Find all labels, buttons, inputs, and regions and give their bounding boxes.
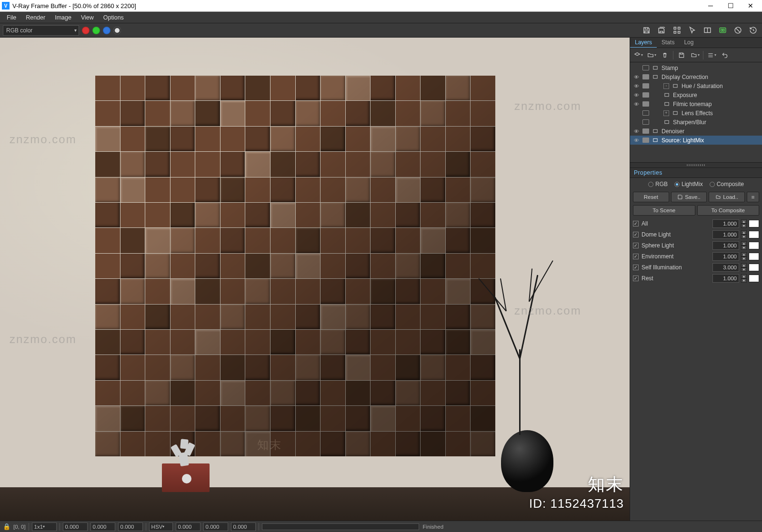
tab-layers[interactable]: Layers [630, 38, 657, 48]
close-button[interactable]: ✕ [741, 0, 760, 11]
layer-row[interactable]: Sharpen/Blur [630, 118, 762, 127]
mode-rgb[interactable]: RGB [648, 181, 668, 187]
mode-lightmix[interactable]: LightMix [674, 181, 703, 187]
visibility-toggle-icon[interactable]: 👁 [633, 128, 640, 134]
lock-icon[interactable]: 🔒 [3, 523, 10, 530]
light-intensity-spinner[interactable]: ▲▼ [741, 274, 747, 283]
blue-channel-toggle[interactable] [103, 27, 110, 34]
light-row: Rest1.000▲▼ [633, 273, 759, 284]
preset-menu-button[interactable]: ≡ [747, 192, 759, 202]
expand-toggle-icon[interactable]: + [663, 110, 669, 116]
save-layers-icon[interactable] [676, 50, 687, 60]
folder-icon[interactable] [646, 50, 657, 60]
save-image-icon[interactable] [640, 25, 652, 36]
light-intensity-spinner[interactable]: ▲▼ [741, 263, 747, 272]
light-enable-checkbox[interactable] [633, 221, 639, 227]
expand-toggle-icon[interactable]: - [663, 83, 669, 89]
red-channel-toggle[interactable] [82, 27, 90, 34]
maximize-button[interactable]: ☐ [721, 0, 740, 11]
layer-list[interactable]: Stamp👁Display Correction👁-Hue / Saturati… [630, 62, 762, 162]
light-label: Dome Light [641, 231, 711, 238]
save-preset-button[interactable]: Save.. [671, 192, 707, 202]
light-intensity-spinner[interactable]: ▲▼ [741, 241, 747, 250]
visibility-toggle-icon[interactable]: 👁 [633, 101, 640, 107]
to-scene-button[interactable]: To Scene [633, 205, 695, 216]
raw-g[interactable]: 0.000 [90, 522, 115, 531]
layers-menu-icon[interactable] [706, 50, 717, 60]
load-preset-button[interactable]: Load.. [709, 192, 745, 202]
light-intensity-spinner[interactable]: ▲▼ [741, 230, 747, 239]
vr-icon[interactable] [716, 25, 729, 36]
light-intensity-input[interactable]: 3.000 [712, 263, 739, 272]
svg-rect-15 [665, 120, 669, 123]
light-intensity-input[interactable]: 1.000 [712, 241, 739, 250]
region-icon[interactable] [686, 25, 698, 36]
light-color-swatch[interactable] [749, 253, 759, 260]
add-layer-icon[interactable] [633, 50, 643, 60]
history-icon[interactable] [747, 25, 759, 36]
visibility-toggle-icon[interactable]: 👁 [633, 74, 640, 80]
panel-splitter[interactable] [630, 162, 762, 168]
light-enable-checkbox[interactable] [633, 276, 639, 281]
load-layers-icon[interactable] [690, 50, 700, 60]
delete-icon[interactable] [660, 50, 670, 60]
svg-rect-9 [653, 66, 657, 69]
green-channel-toggle[interactable] [92, 27, 100, 34]
tab-stats[interactable]: Stats [657, 38, 679, 48]
menu-render[interactable]: Render [22, 13, 49, 22]
menu-file[interactable]: File [3, 13, 20, 22]
layer-label: Denoiser [662, 128, 684, 135]
visibility-toggle-icon[interactable]: 👁 [633, 138, 640, 143]
light-color-swatch[interactable] [749, 242, 759, 249]
light-enable-checkbox[interactable] [633, 265, 639, 270]
raw-b[interactable]: 0.000 [118, 522, 143, 531]
light-color-swatch[interactable] [749, 264, 759, 271]
visibility-toggle-icon[interactable]: 👁 [633, 83, 640, 89]
undo-icon[interactable] [720, 50, 730, 60]
light-enable-checkbox[interactable] [633, 243, 639, 248]
layer-row[interactable]: 👁Denoiser [630, 127, 762, 136]
to-composite-button[interactable]: To Composite [697, 205, 760, 216]
channel-select[interactable]: RGB color [3, 25, 79, 36]
layer-type-icon [672, 83, 679, 89]
readout-mode-select[interactable]: HSV [149, 522, 173, 531]
light-intensity-input[interactable]: 1.000 [712, 252, 739, 261]
layer-row[interactable]: 👁Exposure [630, 90, 762, 99]
light-intensity-spinner[interactable]: ▲▼ [741, 219, 747, 228]
light-intensity-input[interactable]: 1.000 [712, 274, 739, 283]
layer-row[interactable]: 👁Source: LightMix [630, 136, 762, 145]
layer-row[interactable]: 👁-Hue / Saturation [630, 81, 762, 90]
mode-composite[interactable]: Composite [710, 181, 744, 187]
light-intensity-input[interactable]: 1.000 [712, 230, 739, 239]
render-viewport[interactable]: znzmo.com znzmo.com znzmo.com znzmo.com … [0, 38, 630, 521]
save-all-icon[interactable] [655, 25, 668, 36]
menu-image[interactable]: Image [51, 13, 75, 22]
pick-pixel-icon[interactable] [671, 25, 683, 36]
layer-row[interactable]: Stamp [630, 63, 762, 72]
reset-button[interactable]: Reset [633, 192, 669, 202]
minimize-button[interactable]: ─ [701, 0, 720, 11]
light-color-swatch[interactable] [749, 275, 759, 282]
hsv-s[interactable]: 0.000 [203, 522, 228, 531]
zoom-select[interactable]: 1x1 [32, 522, 57, 531]
hsv-h[interactable]: 0.000 [176, 522, 201, 531]
svg-rect-16 [653, 129, 657, 132]
visibility-toggle-icon[interactable]: 👁 [633, 92, 640, 98]
menu-options[interactable]: Options [100, 13, 128, 22]
layer-row[interactable]: 👁Filmic tonemap [630, 99, 762, 108]
tab-log[interactable]: Log [679, 38, 698, 48]
hsv-v[interactable]: 0.000 [231, 522, 256, 531]
light-enable-checkbox[interactable] [633, 232, 639, 237]
light-color-swatch[interactable] [749, 231, 759, 238]
light-intensity-spinner[interactable]: ▲▼ [741, 252, 747, 261]
layer-row[interactable]: 👁Display Correction [630, 72, 762, 81]
light-enable-checkbox[interactable] [633, 254, 639, 259]
raw-r[interactable]: 0.000 [63, 522, 88, 531]
compare-icon[interactable] [701, 25, 713, 36]
clear-icon[interactable] [732, 25, 744, 36]
layer-row[interactable]: +Lens Effects [630, 108, 762, 118]
mono-channel-toggle[interactable] [113, 27, 121, 34]
menu-view[interactable]: View [77, 13, 98, 22]
light-intensity-input[interactable]: 1.000 [712, 219, 739, 228]
light-color-swatch[interactable] [749, 220, 759, 227]
